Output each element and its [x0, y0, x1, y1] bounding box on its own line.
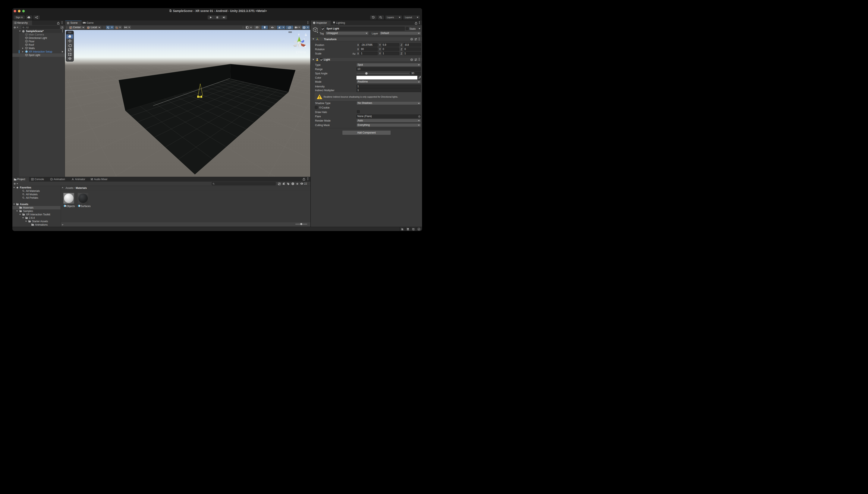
svg-text:x: x: [305, 45, 307, 48]
svg-text:?: ?: [411, 58, 412, 61]
svg-text:Persp: Persp: [298, 51, 306, 54]
svg-text:Y: Y: [108, 27, 109, 29]
svg-text:❮: ❮: [296, 51, 298, 54]
svg-text:?: ?: [411, 38, 412, 40]
svg-text:y: y: [298, 33, 300, 36]
